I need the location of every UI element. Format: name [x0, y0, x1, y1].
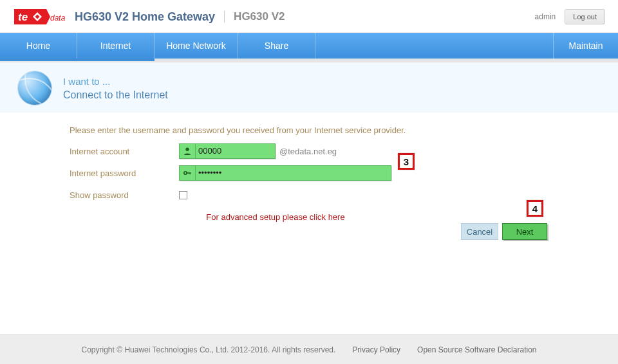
intro-line1: I want to ...: [63, 76, 168, 87]
advanced-setup-link[interactable]: For advanced setup please click here: [70, 212, 482, 222]
header: te data HG630 V2 Home Gateway HG630 V2 a…: [0, 0, 618, 33]
intro-line2: Connect to the Internet: [63, 89, 168, 101]
content-area: I want to ... Connect to the Internet Pl…: [0, 62, 618, 335]
show-password-checkbox[interactable]: [179, 191, 187, 199]
account-input[interactable]: 00000: [179, 143, 276, 159]
current-user: admin: [535, 12, 556, 21]
nav-share[interactable]: Share: [238, 33, 315, 59]
nav-maintain[interactable]: Maintain: [554, 33, 618, 59]
account-label: Internet account: [70, 147, 179, 156]
nav-internet[interactable]: Internet: [77, 33, 154, 59]
account-value: 00000: [195, 143, 272, 159]
show-password-label: Show password: [70, 190, 179, 200]
row-account: Internet account 00000 @tedata.net.eg: [70, 141, 605, 161]
next-button[interactable]: Next: [502, 223, 547, 240]
password-label: Internet password: [70, 168, 179, 178]
intro-block: I want to ... Connect to the Internet: [18, 71, 605, 105]
footer-privacy-link[interactable]: Privacy Policy: [352, 345, 400, 354]
brand-logo: te data: [13, 6, 68, 27]
nav-home-network[interactable]: Home Network: [154, 33, 238, 59]
nav-home[interactable]: Home: [0, 33, 77, 59]
row-show-password: Show password: [70, 185, 605, 205]
svg-rect-3: [190, 172, 191, 174]
title-separator: [224, 11, 225, 23]
password-value: ••••••••: [195, 165, 388, 181]
footer: Copyright © Huawei Technologies Co., Ltd…: [0, 334, 618, 364]
user-icon: [180, 147, 195, 156]
wizard-form: Please enter the username and password y…: [70, 125, 605, 222]
key-icon: [180, 168, 195, 177]
button-row: Cancel Next: [461, 223, 547, 240]
logo-brand-text: te: [18, 11, 28, 23]
footer-copyright: Copyright © Huawei Technologies Co., Ltd…: [82, 345, 336, 354]
main-nav: Home Internet Home Network Share Maintai…: [0, 33, 618, 59]
logout-button[interactable]: Log out: [565, 9, 605, 24]
logo-sub-text: data: [50, 14, 66, 23]
form-instruction: Please enter the username and password y…: [70, 125, 605, 135]
globe-icon: [18, 71, 52, 105]
footer-oss-link[interactable]: Open Source Software Declaration: [417, 345, 536, 354]
password-input[interactable]: ••••••••: [179, 165, 391, 181]
cancel-button[interactable]: Cancel: [461, 223, 498, 240]
row-password: Internet password •••••••• 3: [70, 163, 605, 183]
account-suffix: @tedata.net.eg: [279, 147, 337, 156]
model-title: HG630 V2: [234, 10, 285, 23]
callout-3: 3: [398, 153, 415, 170]
callout-4: 4: [527, 200, 543, 217]
svg-point-0: [185, 148, 189, 151]
product-title: HG630 V2 Home Gateway: [75, 10, 215, 24]
wizard-progress-fill: [0, 59, 154, 61]
